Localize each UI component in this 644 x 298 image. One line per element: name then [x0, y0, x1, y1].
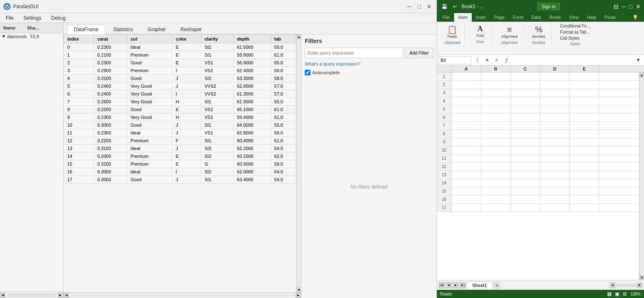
excel-ribbon-toggle[interactable]: ⊟ [614, 3, 619, 10]
table-cell[interactable]: E [172, 106, 201, 114]
sheet-cell-C13[interactable] [511, 171, 540, 179]
table-cell[interactable]: Good [127, 176, 172, 184]
table-cell[interactable]: J [172, 75, 201, 82]
table-cell[interactable]: J [172, 145, 201, 152]
table-cell[interactable]: Premium [127, 137, 172, 145]
table-cell[interactable]: SI2 [201, 168, 233, 176]
sheet-cell-B16[interactable] [481, 196, 511, 203]
col-header-D[interactable]: D [540, 66, 570, 72]
table-cell[interactable]: 63.3000 [233, 75, 271, 82]
sheet-cell-C15[interactable] [511, 187, 540, 195]
table-cell[interactable]: SI1 [201, 121, 233, 129]
table-cell[interactable]: 54.0 [271, 145, 296, 152]
table-cell[interactable]: Good [127, 59, 172, 67]
table-cell[interactable]: SI2 [201, 152, 233, 160]
filter-query-input[interactable] [305, 48, 403, 58]
table-cell[interactable]: 61.0 [271, 114, 296, 121]
query-expression-link[interactable]: What's a query expression? [305, 61, 433, 66]
alignment-button[interactable]: ≡ Alignment [499, 23, 520, 40]
sheet-cell-B17[interactable] [481, 204, 511, 212]
sheet-cell-D7[interactable] [540, 122, 570, 130]
table-cell[interactable]: 0.3000 [94, 176, 127, 184]
table-cell[interactable]: Ideal [127, 129, 172, 137]
table-cell[interactable]: 12 [64, 137, 94, 145]
sheet-cell-C16[interactable] [511, 196, 540, 203]
table-cell[interactable]: 3 [64, 67, 94, 75]
col-header-A[interactable]: A [452, 66, 481, 72]
table-cell[interactable]: 56.9000 [233, 59, 271, 67]
sheet-cell-A12[interactable] [452, 163, 481, 171]
sheet-cell-B15[interactable] [481, 187, 511, 195]
table-cell[interactable]: 57.0 [271, 90, 296, 98]
table-cell[interactable]: Good [127, 106, 172, 114]
table-cell[interactable]: I [172, 90, 201, 98]
table-cell[interactable]: 63.4000 [233, 176, 271, 184]
sheet-cell-A13[interactable] [452, 171, 481, 179]
sheet-cell-D15[interactable] [540, 187, 570, 195]
table-cell[interactable]: F [172, 137, 201, 145]
table-row[interactable]: 10.2100PremiumESI159.800061.0 [64, 51, 296, 59]
sheet-cell-A1[interactable] [452, 73, 481, 80]
sheet-cell-C4[interactable] [511, 97, 540, 105]
sheet-cell-A10[interactable] [452, 146, 481, 154]
sheet-nav-first[interactable]: |◄ [438, 282, 445, 289]
table-cell[interactable]: 1 [64, 51, 94, 59]
sheet-cell-E5[interactable] [570, 105, 599, 113]
sheet-tab-add-button[interactable]: + [493, 282, 500, 289]
table-cell[interactable]: VS2 [201, 106, 233, 114]
table-cell[interactable]: 6 [64, 90, 94, 98]
menu-debug[interactable]: Debug [49, 14, 68, 22]
table-cell[interactable]: 59.8000 [233, 51, 271, 59]
col-header-C[interactable]: C [511, 66, 540, 72]
table-cell[interactable]: 0.2100 [94, 51, 127, 59]
tab-grapher[interactable]: Grapher [141, 25, 173, 34]
excel-view-normal-icon[interactable]: ▦ [607, 291, 612, 297]
table-cell[interactable]: J [172, 129, 201, 137]
table-cell[interactable]: 0.3000 [94, 121, 127, 129]
sheet-cell-A11[interactable] [452, 155, 481, 162]
conditional-formatting-button[interactable]: Conditional Fo... [559, 23, 592, 29]
table-row[interactable]: 70.2600Very GoodHSI161.900055.0 [64, 98, 296, 106]
sheet-cell-B13[interactable] [481, 171, 511, 179]
col-header-tab[interactable]: tab [271, 35, 296, 43]
sheet-cell-A16[interactable] [452, 196, 481, 203]
sheet-cell-E11[interactable] [570, 155, 599, 162]
table-cell[interactable]: 7 [64, 98, 94, 106]
sheet-cell-A14[interactable] [452, 179, 481, 187]
table-row[interactable]: 170.3000GoodJSI163.400054.0 [64, 176, 296, 184]
sheet-cell-A3[interactable] [452, 89, 481, 97]
sheet-cell-E4[interactable] [570, 97, 599, 105]
sheet-nav-next[interactable]: ► [452, 282, 459, 289]
sheet-cell-B4[interactable] [481, 97, 511, 105]
table-cell[interactable]: 0.3200 [94, 160, 127, 168]
sheet-cell-C1[interactable] [511, 73, 540, 80]
table-cell[interactable]: 2 [64, 59, 94, 67]
sheet-cell-B9[interactable] [481, 138, 511, 146]
table-cell[interactable]: 55.0 [271, 43, 296, 51]
sheet-cell-E16[interactable] [570, 196, 599, 203]
table-cell[interactable]: H [172, 114, 201, 121]
table-cell[interactable]: 62.2000 [233, 145, 271, 152]
sheet-cell-C5[interactable] [511, 105, 540, 113]
table-cell[interactable]: 9 [64, 114, 94, 121]
ribbon-tab-data[interactable]: Data [528, 13, 545, 22]
ribbon-tab-file[interactable]: File [438, 13, 454, 22]
table-cell[interactable]: VS1 [201, 129, 233, 137]
table-cell[interactable]: 64.0000 [233, 121, 271, 129]
table-cell[interactable]: 62.8000 [233, 82, 271, 90]
table-cell[interactable]: H [172, 98, 201, 106]
sidebar-h-scrollbar[interactable] [7, 293, 56, 297]
formula-confirm-icon[interactable]: ✓ [493, 56, 501, 64]
sheet-cell-D3[interactable] [540, 89, 570, 97]
table-cell[interactable]: SI1 [201, 98, 233, 106]
table-cell[interactable]: VVS2 [201, 82, 233, 90]
sheet-cell-E1[interactable] [570, 73, 599, 80]
table-row[interactable]: 50.2400Very GoodJVVS262.800057.0 [64, 82, 296, 90]
table-row[interactable]: 40.3100GoodJSI263.300058.0 [64, 75, 296, 82]
table-cell[interactable]: Ideal [127, 168, 172, 176]
h-scroll-track[interactable] [70, 294, 295, 297]
ribbon-tab-help[interactable]: Help [583, 13, 601, 22]
table-scroll[interactable]: index carat cut color clarity depth tab [64, 34, 296, 292]
sheet-cell-C6[interactable] [511, 114, 540, 121]
table-row[interactable]: 30.2900PremiumIVS262.400058.0 [64, 67, 296, 75]
